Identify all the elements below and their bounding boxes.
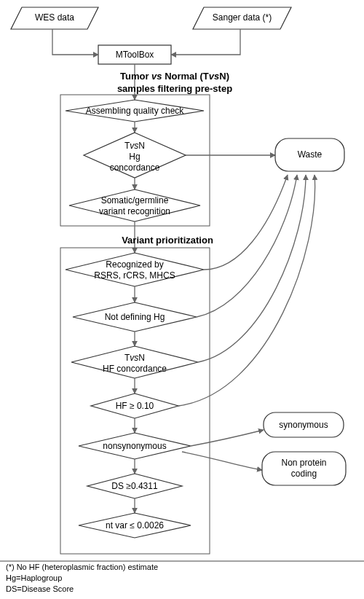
waste-node	[275, 138, 344, 171]
sanger-data-node	[193, 7, 291, 29]
not-defining-hg-node	[73, 302, 197, 332]
ds-threshold-node	[87, 474, 182, 498]
nt-var-node	[79, 513, 191, 538]
legend-note2: Hg=Haplogroup	[6, 573, 158, 584]
tvsn-hf-node	[71, 346, 198, 378]
legend-note1: (*) No HF (heteroplasmic fraction) estim…	[6, 562, 158, 573]
assembly-node	[66, 100, 204, 122]
non-protein-node	[262, 452, 346, 485]
legend-note3: DS=Disease Score	[6, 584, 158, 595]
recognized-node	[66, 253, 204, 286]
legend-block: (*) No HF (heteroplasmic fraction) estim…	[6, 562, 158, 595]
section1-title-l2: samples filtering pre-step	[98, 83, 251, 95]
synonymous-node	[264, 412, 344, 437]
tvsn-hg-node	[84, 133, 186, 178]
somatic-node	[69, 189, 200, 222]
section2-title: Variant prioritization	[102, 235, 233, 247]
wes-data-node	[11, 7, 98, 29]
hf-threshold-node	[91, 394, 178, 418]
mtoolbox-node	[98, 45, 171, 64]
nonsynonymous-node	[79, 433, 191, 459]
